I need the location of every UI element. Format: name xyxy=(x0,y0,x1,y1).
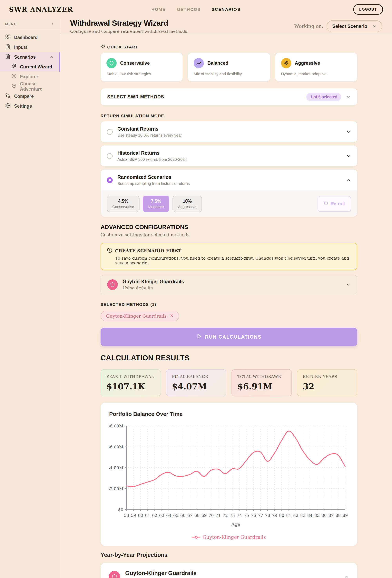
sim-option-historical-header[interactable]: Historical Returns Actual S&P 500 return… xyxy=(101,145,357,166)
scenario-select[interactable]: Select Scenario xyxy=(327,20,382,32)
quick-start-card-conservative[interactable]: Conservative Stable, low-risk strategies xyxy=(101,53,183,81)
volatility-aggressive-button[interactable]: 10% Aggressive xyxy=(173,196,202,212)
stat-label: RETURN YEARS xyxy=(303,374,351,379)
volatility-conservative-button[interactable]: 4.5% Conservative xyxy=(107,196,139,212)
volatility-moderate-button[interactable]: 7.5% Moderate xyxy=(143,196,169,212)
svg-text:61: 61 xyxy=(145,513,150,518)
sidebar-item-scenarios[interactable]: Scenarios xyxy=(0,52,59,62)
radio-unchecked[interactable] xyxy=(107,153,113,159)
nav-scenarios[interactable]: SCENARIOS xyxy=(212,7,240,12)
advanced-heading: ADVANCED CONFIGURATIONS xyxy=(101,224,357,230)
volatility-panel: 4.5% Conservative 7.5% Moderate 10% Aggr… xyxy=(101,191,357,217)
svg-text:63: 63 xyxy=(159,513,165,518)
option-desc: Bootstrap sampling from historical retur… xyxy=(117,181,190,186)
sidebar-item-current-wizard[interactable]: Current Wizard xyxy=(0,62,59,72)
chevron-up-icon xyxy=(49,55,54,59)
svg-text:82: 82 xyxy=(293,513,299,518)
sidebar-item-choose-adventure[interactable]: Choose Adventure xyxy=(0,82,60,91)
advanced-subheading: Customize settings for selected methods xyxy=(101,232,357,237)
svg-text:78: 78 xyxy=(265,513,270,518)
sim-option-randomized: Randomized Scenarios Bootstrap sampling … xyxy=(101,170,357,217)
stat-label: TOTAL WITHDRAWN xyxy=(237,374,286,379)
option-title: Randomized Scenarios xyxy=(117,174,190,180)
stat-label: FINAL BALANCE xyxy=(172,374,220,379)
svg-text:62: 62 xyxy=(152,513,157,518)
select-methods-label: SELECT SWR METHODS xyxy=(107,94,164,99)
chart-title: Portfolio Balance Over Time xyxy=(109,411,349,417)
stat-value: 32 xyxy=(303,382,351,391)
collapse-sidebar-icon[interactable] xyxy=(50,22,55,27)
projections-card: Guyton-Klinger Guardrails 32 years proje… xyxy=(101,563,357,578)
select-swr-methods-bar[interactable]: SELECT SWR METHODS 1 of 6 selected xyxy=(101,89,357,105)
sim-option-constant-header[interactable]: Constant Returns Use steady 10.0% return… xyxy=(101,121,357,142)
card-title: Aggressive xyxy=(295,60,320,66)
selected-count-badge: 1 of 6 selected xyxy=(306,93,341,101)
gear-icon xyxy=(5,103,11,109)
sidebar-item-label: Settings xyxy=(14,103,32,109)
card-title: Conservative xyxy=(120,60,150,66)
option-desc: Actual S&P 500 returns from 2020-2024 xyxy=(117,157,187,162)
svg-text:$8.00M: $8.00M xyxy=(109,424,123,429)
results-heading: CALCULATION RESULTS xyxy=(101,354,357,362)
svg-text:$4.00M: $4.00M xyxy=(109,465,123,470)
play-icon xyxy=(196,334,202,340)
quick-start-card-aggressive[interactable]: Aggressive Dynamic, market-adaptive xyxy=(275,53,357,81)
stat-total-withdrawn: TOTAL WITHDRAWN $6.91M xyxy=(231,369,292,396)
shield-icon xyxy=(109,571,120,578)
nav-home[interactable]: HOME xyxy=(152,7,166,12)
scenario-select-value: Select Scenario xyxy=(332,24,367,29)
svg-text:76: 76 xyxy=(251,513,256,518)
sidebar-item-settings[interactable]: Settings xyxy=(0,101,60,111)
quick-start-cards: Conservative Stable, low-risk strategies… xyxy=(101,53,357,81)
svg-text:81: 81 xyxy=(286,513,291,518)
warning-body: To save custom configurations, you need … xyxy=(115,256,351,265)
svg-text:68: 68 xyxy=(194,513,200,518)
sidebar-item-explorer[interactable]: Explorer xyxy=(0,72,60,82)
svg-text:87: 87 xyxy=(329,513,334,518)
svg-text:70: 70 xyxy=(209,513,214,518)
chevron-down-icon xyxy=(346,282,351,287)
sidebar-item-compare[interactable]: Compare xyxy=(0,91,60,101)
git-compare-icon xyxy=(5,93,11,99)
svg-text:74: 74 xyxy=(237,513,242,518)
stat-return-years: RETURN YEARS 32 xyxy=(297,369,357,396)
accordion-status: Using defaults xyxy=(123,286,184,290)
chevron-down-icon xyxy=(346,130,351,134)
sidebar-item-dashboard[interactable]: Dashboard xyxy=(0,33,60,42)
sidebar-nav: Dashboard Inputs Scenarios Current Wizar… xyxy=(0,30,60,111)
chevron-up-icon xyxy=(346,178,351,183)
option-desc: Use steady 10.0% returns every year xyxy=(117,133,182,138)
run-calculations-button[interactable]: RUN CALCULATIONS xyxy=(101,328,357,346)
svg-text:84: 84 xyxy=(307,513,313,518)
svg-text:79: 79 xyxy=(272,513,277,518)
main-area: Withdrawal Strategy Wizard Configure and… xyxy=(60,19,392,578)
dashboard-icon xyxy=(5,34,11,41)
radio-checked[interactable] xyxy=(107,177,113,183)
sidebar-item-label: Explorer xyxy=(20,74,38,79)
reroll-button[interactable]: Re-roll xyxy=(317,196,351,212)
nav-methods[interactable]: METHODS xyxy=(177,7,201,12)
sidebar-item-label: Scenarios xyxy=(14,54,46,60)
quick-start-heading: QUICK START xyxy=(101,44,357,50)
chevron-down-icon xyxy=(346,154,351,158)
page-title: Withdrawal Strategy Wizard xyxy=(70,19,187,27)
method-chip[interactable]: Guyton-Klinger Guardrails xyxy=(101,311,179,321)
page-subtitle: Configure and compare retirement withdra… xyxy=(70,29,187,34)
quick-start-card-balanced[interactable]: Balanced Mix of stability and flexibilit… xyxy=(188,53,270,81)
guyton-klinger-accordion[interactable]: Guyton-Klinger Guardrails Using defaults xyxy=(101,275,357,294)
sidebar-item-label: Choose Adventure xyxy=(20,81,55,92)
sidebar-item-label: Current Wizard xyxy=(20,64,52,70)
projections-card-header[interactable]: Guyton-Klinger Guardrails 32 years proje… xyxy=(101,563,357,578)
svg-text:86: 86 xyxy=(321,513,327,518)
sparkles-icon xyxy=(281,58,291,68)
stat-value: $6.91M xyxy=(237,382,286,391)
svg-text:67: 67 xyxy=(187,513,193,518)
sim-option-randomized-header[interactable]: Randomized Scenarios Bootstrap sampling … xyxy=(101,170,357,191)
sim-option-historical: Historical Returns Actual S&P 500 return… xyxy=(101,145,357,166)
close-icon[interactable] xyxy=(170,314,174,319)
svg-text:69: 69 xyxy=(202,513,207,518)
radio-unchecked[interactable] xyxy=(107,129,113,135)
legend-marker-icon xyxy=(192,534,200,540)
logout-button[interactable]: LOGOUT xyxy=(353,4,383,15)
sidebar-item-inputs[interactable]: Inputs xyxy=(0,42,60,52)
